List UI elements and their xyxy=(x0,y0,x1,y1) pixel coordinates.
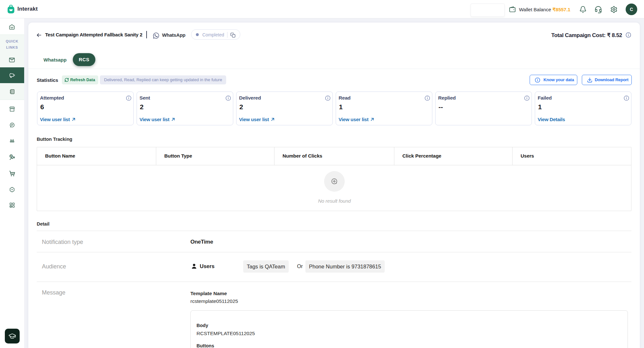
svg-text:$: $ xyxy=(11,155,12,158)
